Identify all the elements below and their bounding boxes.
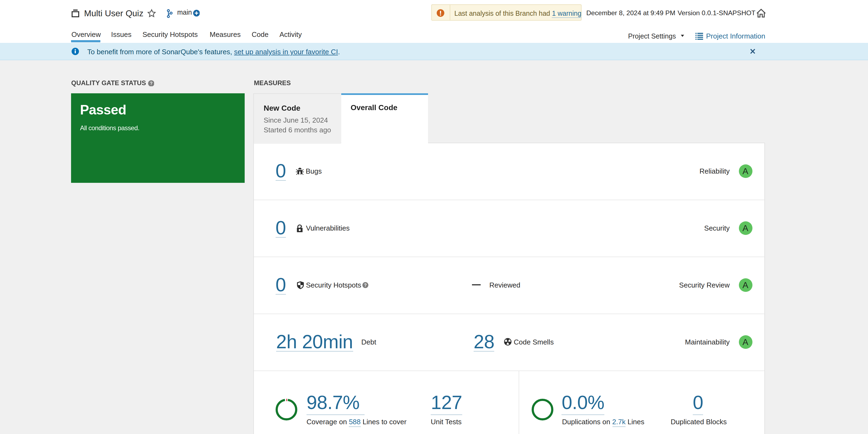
svg-text:?: ?	[150, 81, 152, 86]
svg-text:?: ?	[364, 283, 367, 287]
